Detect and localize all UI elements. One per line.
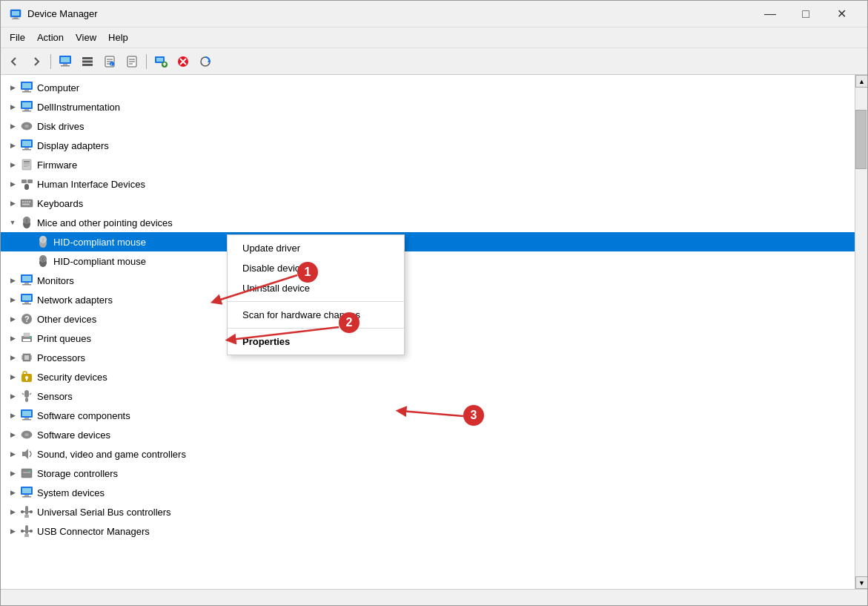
tree-item-usb[interactable]: ▶ Universal Serial Bus controllers xyxy=(1,502,855,521)
expander-sound[interactable]: ▶ xyxy=(7,448,19,460)
badge-1: 1 xyxy=(297,262,318,283)
expander-sensors[interactable]: ▶ xyxy=(7,390,19,402)
expander-processors[interactable]: ▶ xyxy=(7,352,19,363)
svg-point-38 xyxy=(24,125,29,128)
tree-item-network[interactable]: ▶ Network adapters xyxy=(1,290,855,309)
tree-item-software-comp[interactable]: ▶ Software components xyxy=(1,406,855,425)
tree-panel[interactable]: ▶ Computer ▶ DellInstrumentation ▶ xyxy=(1,75,855,589)
ctx-scan-hw[interactable]: Scan for hardware changes xyxy=(228,305,404,325)
tree-item-disk[interactable]: ▶ Disk drives xyxy=(1,116,855,136)
svg-rect-92 xyxy=(24,390,29,398)
properties-button[interactable]: i xyxy=(99,52,120,71)
expander-monitors[interactable]: ▶ xyxy=(7,274,19,286)
tree-label-display: Display adapters xyxy=(37,140,109,151)
tree-item-hid-mouse-2[interactable]: HID-compliant mouse xyxy=(1,251,855,271)
expander-computer[interactable]: ▶ xyxy=(7,82,19,93)
svg-rect-55 xyxy=(29,201,30,202)
icon-sound xyxy=(20,447,33,461)
expander-usb[interactable]: ▶ xyxy=(7,506,19,518)
menu-help[interactable]: Help xyxy=(102,30,134,45)
forward-button[interactable] xyxy=(26,52,47,71)
scroll-down-button[interactable]: ▼ xyxy=(855,576,867,589)
scroll-track[interactable] xyxy=(855,88,867,576)
tree-item-system[interactable]: ▶ System devices xyxy=(1,483,855,502)
list-view-button[interactable] xyxy=(77,52,98,71)
icon-hid-mouse-1 xyxy=(36,235,50,248)
expander-system[interactable]: ▶ xyxy=(7,487,19,498)
svg-rect-32 xyxy=(22,91,31,93)
expander-dell[interactable]: ▶ xyxy=(7,101,19,113)
expander-mice[interactable]: ▼ xyxy=(7,217,19,228)
tree-label-keyboards: Keyboards xyxy=(37,198,83,209)
minimize-button[interactable]: — xyxy=(753,3,787,25)
tree-item-sound[interactable]: ▶ Sound, video and game controllers xyxy=(1,444,855,464)
tree-item-storage[interactable]: ▶ Storage controllers xyxy=(1,464,855,483)
expander-firmware[interactable]: ▶ xyxy=(7,159,19,171)
expander-other[interactable]: ▶ xyxy=(7,313,19,325)
svg-line-95 xyxy=(30,393,31,395)
menu-view[interactable]: View xyxy=(70,30,102,45)
menu-action[interactable]: Action xyxy=(31,30,70,45)
expander-print[interactable]: ▶ xyxy=(7,332,19,344)
svg-point-79 xyxy=(30,337,31,338)
scroll-up-button[interactable]: ▲ xyxy=(855,75,867,88)
expander-usb-conn[interactable]: ▶ xyxy=(7,525,19,537)
tree-item-other[interactable]: ▶ ? Other devices xyxy=(1,309,855,329)
expander-network[interactable]: ▶ xyxy=(7,294,19,306)
tree-item-monitors[interactable]: ▶ Monitors xyxy=(1,271,855,290)
svg-rect-50 xyxy=(24,184,29,190)
svg-rect-9 xyxy=(82,60,93,62)
svg-rect-72 xyxy=(24,302,29,303)
expander-display[interactable]: ▶ xyxy=(7,139,19,151)
menu-file[interactable]: File xyxy=(4,30,31,45)
title-bar-left: Device Manager xyxy=(10,8,98,20)
resource-button[interactable] xyxy=(122,52,142,71)
uninstall-toolbar-button[interactable] xyxy=(173,52,193,71)
tree-item-security[interactable]: ▶ Security devices xyxy=(1,367,855,386)
toolbar-sep1 xyxy=(50,54,51,69)
tree-item-hid[interactable]: ▶ Human Interface Devices xyxy=(1,174,855,194)
tree-item-dell[interactable]: ▶ DellInstrumentation xyxy=(1,97,855,116)
scrollbar[interactable]: ▲ ▼ xyxy=(855,75,867,589)
icon-hid-mouse-2 xyxy=(36,254,50,268)
tree-item-computer[interactable]: ▶ Computer xyxy=(1,78,855,97)
tree-item-processors[interactable]: ▶ Processors xyxy=(1,348,855,367)
svg-rect-99 xyxy=(22,419,31,421)
expander-software-dev[interactable]: ▶ xyxy=(7,429,19,441)
svg-marker-102 xyxy=(22,449,28,459)
svg-rect-22 xyxy=(156,58,163,62)
expander-hid[interactable]: ▶ xyxy=(7,178,19,190)
tree-item-print[interactable]: ▶ Print queues xyxy=(1,329,855,348)
expander-security[interactable]: ▶ xyxy=(7,371,19,383)
scroll-thumb[interactable] xyxy=(855,110,867,169)
tree-item-software-dev[interactable]: ▶ Software devices xyxy=(1,425,855,444)
expander-storage[interactable]: ▶ xyxy=(7,467,19,479)
ctx-update-driver[interactable]: Update driver xyxy=(228,238,404,258)
expander-keyboards[interactable]: ▶ xyxy=(7,197,19,209)
maximize-button[interactable]: □ xyxy=(789,3,823,25)
title-bar: Device Manager — □ ✕ xyxy=(1,1,867,27)
icon-hid xyxy=(20,177,33,191)
svg-rect-5 xyxy=(61,57,70,62)
tree-item-mice[interactable]: ▼ Mice and other pointing devices xyxy=(1,213,855,232)
back-button[interactable] xyxy=(4,52,24,71)
expander-disk[interactable]: ▶ xyxy=(7,120,19,132)
ctx-uninstall-device[interactable]: Uninstall device xyxy=(228,278,404,298)
tree-label-software-comp: Software components xyxy=(37,410,130,421)
close-button[interactable]: ✕ xyxy=(824,3,858,25)
tree-item-display[interactable]: ▶ Display adapters xyxy=(1,136,855,155)
expander-software-comp[interactable]: ▶ xyxy=(7,409,19,421)
tree-item-sensors[interactable]: ▶ Sensors xyxy=(1,386,855,406)
tree-label-sound: Sound, video and game controllers xyxy=(37,449,186,460)
scan-toolbar-button[interactable] xyxy=(195,52,216,71)
tree-item-firmware[interactable]: ▶ Firmware xyxy=(1,155,855,174)
ctx-properties[interactable]: Properties xyxy=(228,332,404,352)
icon-sensors xyxy=(20,389,33,403)
update-driver-toolbar-button[interactable] xyxy=(150,52,171,71)
device-tree-button[interactable] xyxy=(55,52,76,71)
icon-security xyxy=(20,370,33,383)
tree-item-hid-mouse-1[interactable]: HID-compliant mouse xyxy=(1,232,855,251)
tree-item-usb-conn[interactable]: ▶ USB Connector Managers xyxy=(1,521,855,541)
tree-item-keyboards[interactable]: ▶ Keyboards xyxy=(1,194,855,213)
tree-label-system: System devices xyxy=(37,487,105,498)
